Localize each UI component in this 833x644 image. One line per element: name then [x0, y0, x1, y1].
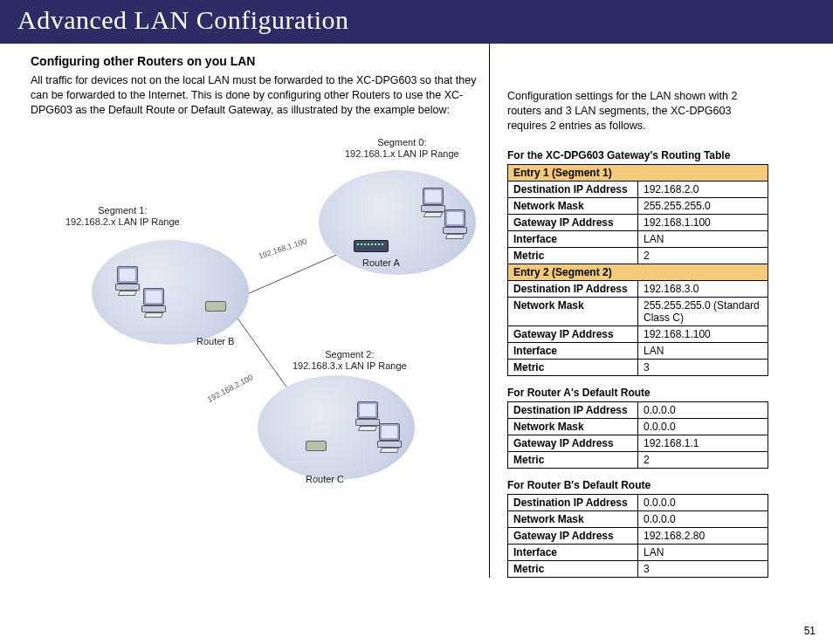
- row-label: Network Mask: [508, 297, 638, 325]
- row-label: Metric: [508, 560, 638, 577]
- row-label: Destination IP Address: [508, 181, 638, 197]
- row-value: 0.0.0.0: [638, 418, 768, 435]
- row-value: 3: [638, 560, 768, 577]
- row-label: Metric: [508, 359, 638, 375]
- row-value: 3: [638, 359, 768, 375]
- router-c-label: Router C: [306, 474, 344, 485]
- row-label: Destination IP Address: [508, 494, 638, 510]
- section-heading: Configuring other Routers on you LAN: [31, 54, 480, 68]
- row-value: 192.168.1.100: [638, 325, 768, 342]
- entry-2-header: Entry 2 (Segment 2): [508, 264, 768, 280]
- row-value: 192.168.3.0: [638, 280, 768, 297]
- row-label: Destination IP Address: [508, 401, 638, 418]
- segment-1-label: Segment 1: 192.168.2.x LAN IP Range: [65, 205, 180, 228]
- entry-1-header: Entry 1 (Segment 1): [508, 164, 768, 181]
- row-value: 0.0.0.0: [638, 401, 768, 418]
- routing-table-2: Destination IP Address0.0.0.0 Network Ma…: [507, 401, 768, 469]
- table-3-title: For Router B's Default Route: [507, 479, 768, 491]
- router-c-icon: [306, 441, 327, 451]
- row-value: 255.255.255.0: [638, 197, 768, 214]
- row-value: 255.255.255.0 (Standard Class C): [638, 297, 768, 325]
- row-value: LAN: [638, 544, 768, 560]
- row-value: 0.0.0.0: [638, 494, 768, 510]
- left-column: Configuring other Routers on you LAN All…: [0, 44, 489, 578]
- row-label: Metric: [508, 247, 638, 264]
- network-diagram: Segment 0: 192.168.1.x LAN IP Range Segm…: [31, 161, 502, 476]
- page-title: Advanced LAN Configuration: [17, 5, 816, 35]
- segment-2-label: Segment 2: 192.168.3.x LAN IP Range: [293, 349, 407, 372]
- right-intro-text: Configuration settings for the LAN shown…: [507, 89, 768, 134]
- row-label: Network Mask: [508, 197, 638, 214]
- row-label: Interface: [508, 342, 638, 359]
- router-b-label: Router B: [196, 336, 234, 347]
- row-label: Interface: [508, 544, 638, 560]
- router-a-icon: [354, 240, 389, 252]
- row-label: Network Mask: [508, 510, 638, 527]
- link-1-ip-label: 192.168.1.100: [258, 236, 308, 261]
- row-value: 0.0.0.0: [638, 510, 768, 527]
- row-value: 192.168.1.1: [638, 435, 768, 451]
- row-value: 2: [638, 247, 768, 264]
- row-label: Network Mask: [508, 418, 638, 435]
- row-value: 192.168.2.80: [638, 527, 768, 544]
- routing-table-1: Entry 1 (Segment 1) Destination IP Addre…: [507, 164, 768, 376]
- row-label: Gateway IP Address: [508, 325, 638, 342]
- row-label: Metric: [508, 451, 638, 468]
- table-2-title: For Router A's Default Route: [507, 387, 768, 399]
- page-header: Advanced LAN Configuration: [0, 0, 833, 44]
- router-b-icon: [205, 301, 226, 312]
- pc-icon: [140, 288, 166, 316]
- intro-paragraph: All traffic for devices not on the local…: [31, 73, 480, 118]
- row-label: Gateway IP Address: [508, 527, 638, 544]
- link-2-ip-label: 192.168.2.100: [206, 373, 255, 405]
- row-value: 192.168.2.0: [638, 181, 768, 197]
- pc-icon: [375, 423, 402, 451]
- table-1-title: For the XC-DPG603 Gateway's Routing Tabl…: [507, 149, 768, 161]
- row-label: Destination IP Address: [508, 280, 638, 297]
- routing-table-3: Destination IP Address0.0.0.0 Network Ma…: [507, 494, 768, 578]
- row-value: 192.168.1.100: [638, 214, 768, 230]
- row-label: Gateway IP Address: [508, 435, 638, 451]
- pc-icon: [441, 209, 467, 237]
- row-label: Gateway IP Address: [508, 214, 638, 230]
- row-value: LAN: [638, 342, 768, 359]
- right-column: Configuration settings for the LAN shown…: [489, 44, 777, 578]
- pc-icon: [114, 266, 140, 294]
- row-label: Interface: [508, 230, 638, 247]
- row-value: 2: [638, 451, 768, 468]
- router-a-label: Router A: [362, 257, 400, 269]
- page-number: 51: [804, 625, 816, 637]
- segment-0-label: Segment 0: 192.168.1.x LAN IP Range: [345, 137, 459, 160]
- row-value: LAN: [638, 230, 768, 247]
